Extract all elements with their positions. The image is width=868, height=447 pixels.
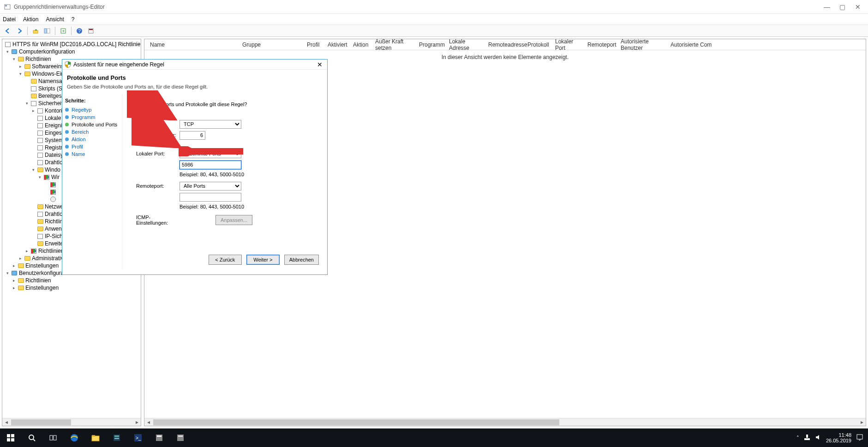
export-button[interactable]	[58, 26, 68, 36]
tray-sound-icon[interactable]	[815, 434, 821, 441]
expander-icon[interactable]: ▾	[17, 71, 24, 77]
menu-action[interactable]: Aktion	[23, 16, 38, 23]
expander-icon[interactable]: ▸	[11, 262, 17, 269]
tree-filesys[interactable]: Dateisy	[45, 152, 63, 159]
col-group[interactable]: Gruppe	[237, 40, 301, 50]
taskbar-app1[interactable]	[149, 429, 170, 447]
local-port-input[interactable]	[180, 161, 241, 169]
menu-help[interactable]: ?	[72, 16, 75, 23]
properties-button[interactable]	[86, 26, 96, 36]
cancel-button[interactable]: Abbrechen	[284, 255, 319, 265]
notifications-button[interactable]	[856, 434, 863, 442]
tree-preferences[interactable]: Einstellungen	[25, 262, 59, 269]
col-auth-comp[interactable]: Autorisierte Com	[665, 40, 866, 50]
nav-forward-button[interactable]	[14, 26, 24, 36]
col-protocol[interactable]: Protokoll	[522, 40, 550, 50]
tree-wir[interactable]: Wir	[51, 174, 60, 181]
tray-network-icon[interactable]	[804, 434, 810, 441]
dialog-close-button[interactable]: ✕	[311, 61, 325, 68]
tree-policies2[interactable]: Richtlin	[45, 218, 63, 225]
tree-registry[interactable]: Registri	[45, 144, 64, 151]
taskbar-explorer[interactable]	[85, 429, 106, 447]
step-action[interactable]: Aktion	[65, 136, 119, 143]
task-view-button[interactable]	[42, 429, 64, 447]
tree-ipsec[interactable]: IP-Sich	[45, 233, 63, 240]
protocol-number-spinner[interactable]	[180, 131, 205, 140]
expander-icon[interactable]: ▾	[4, 270, 11, 277]
tree-apps[interactable]: Anwen	[45, 226, 62, 232]
expander-icon[interactable]: ▸	[17, 255, 24, 262]
tree-root[interactable]: HTTPS für WinRM [DC2016.ADG.LOCAL] Richt…	[12, 41, 140, 48]
column-headers[interactable]: Name Gruppe Profil Aktiviert Aktion Auße…	[144, 39, 866, 50]
menu-file[interactable]: Datei	[3, 16, 16, 23]
col-enabled[interactable]: Aktiviert	[322, 40, 347, 50]
col-local-port[interactable]: Lokaler Port	[550, 39, 582, 53]
expander-icon[interactable]: ▸	[11, 277, 17, 284]
step-scope[interactable]: Bereich	[65, 128, 119, 136]
tree-windows-fw[interactable]: Windo	[45, 167, 60, 173]
tree-local[interactable]: Lokale	[45, 115, 61, 122]
col-override[interactable]: Außer Kraft setzen	[370, 39, 413, 53]
back-button[interactable]: < Zurück	[209, 255, 242, 265]
col-remote-address[interactable]: Remoteadresse	[483, 40, 522, 50]
taskbar-powershell[interactable]: >_	[127, 429, 149, 447]
col-auth-users[interactable]: Autorisierte Benutzer	[615, 39, 665, 53]
expander-icon[interactable]: ▾	[30, 167, 36, 173]
tree-network[interactable]: Netzwe	[45, 203, 63, 210]
tree-policies[interactable]: Richtlinien	[25, 56, 51, 63]
step-profile[interactable]: Profil	[65, 143, 119, 150]
tree-account[interactable]: Kontori	[45, 107, 62, 114]
start-button[interactable]	[0, 429, 21, 447]
list-hscrollbar[interactable]: ◂▸	[144, 418, 866, 426]
system-tray[interactable]: ˄ 11:48 26.05.2019	[796, 432, 868, 443]
tree-wireless[interactable]: Drahtlo	[45, 211, 63, 218]
tree-wired[interactable]: Drahtlo	[45, 159, 63, 166]
step-rule-type[interactable]: Regeltyp	[65, 106, 119, 113]
tree-computer-config[interactable]: Computerkonfiguration	[19, 48, 75, 55]
tree-name-resolution[interactable]: Namensau	[38, 78, 65, 85]
taskbar-app2[interactable]	[170, 429, 191, 447]
tree-policy-based[interactable]: Richtlinien	[38, 248, 64, 255]
tree-hscrollbar[interactable]: ◂▸	[2, 418, 141, 426]
expander-icon[interactable]: ▸	[30, 107, 36, 114]
tree-system[interactable]: System	[45, 137, 63, 144]
expander-icon[interactable]: ▸	[17, 63, 24, 70]
search-button[interactable]	[21, 429, 42, 447]
local-port-select[interactable]: Bestimmte Ports	[180, 149, 241, 158]
expander-icon[interactable]: ▸	[11, 285, 17, 292]
expander-icon[interactable]: ▾	[24, 100, 30, 107]
col-profile[interactable]: Profil	[301, 40, 322, 50]
col-local-address[interactable]: Lokale Adresse	[443, 39, 483, 53]
taskbar-server-manager[interactable]	[106, 429, 127, 447]
col-program[interactable]: Programm	[413, 40, 443, 50]
taskbar-ie[interactable]	[64, 429, 85, 447]
next-button[interactable]: Weiter >	[246, 255, 280, 265]
minimize-button[interactable]: —	[824, 3, 829, 11]
tree-policies3[interactable]: Richtlinien	[25, 277, 51, 284]
step-protocols-ports[interactable]: Protokolle und Ports	[65, 121, 119, 128]
expander-icon[interactable]: ▾	[4, 48, 11, 55]
expander-icon[interactable]: ▸	[24, 248, 30, 255]
maximize-button[interactable]: ▢	[839, 3, 845, 11]
col-action[interactable]: Aktion	[347, 40, 370, 50]
tree-preferences2[interactable]: Einstellungen	[25, 285, 59, 292]
up-button[interactable]	[30, 26, 41, 36]
help-button[interactable]: ?	[74, 26, 84, 36]
step-name[interactable]: Name	[65, 150, 119, 158]
nav-back-button[interactable]	[3, 26, 13, 36]
menu-view[interactable]: Ansicht	[46, 16, 64, 23]
folder-icon	[36, 167, 44, 173]
show-hide-tree-button[interactable]	[42, 26, 52, 36]
remote-port-select[interactable]: Alle Ports	[180, 182, 241, 191]
expander-icon[interactable]: ▾	[36, 174, 43, 181]
step-program[interactable]: Programm	[65, 113, 119, 121]
tray-chevron-icon[interactable]: ˄	[796, 435, 799, 441]
clock[interactable]: 11:48 26.05.2019	[826, 432, 851, 443]
expander-icon[interactable]: ▾	[11, 56, 17, 63]
protocol-type-select[interactable]: TCP	[180, 120, 241, 129]
close-button[interactable]: ✕	[855, 3, 861, 11]
taskbar[interactable]: >_ ˄ 11:48 26.05.2019	[0, 429, 868, 447]
tree-extended[interactable]: Erweite	[45, 240, 63, 247]
col-name[interactable]: Name	[144, 40, 237, 50]
col-remote-port[interactable]: Remoteport	[582, 40, 615, 50]
